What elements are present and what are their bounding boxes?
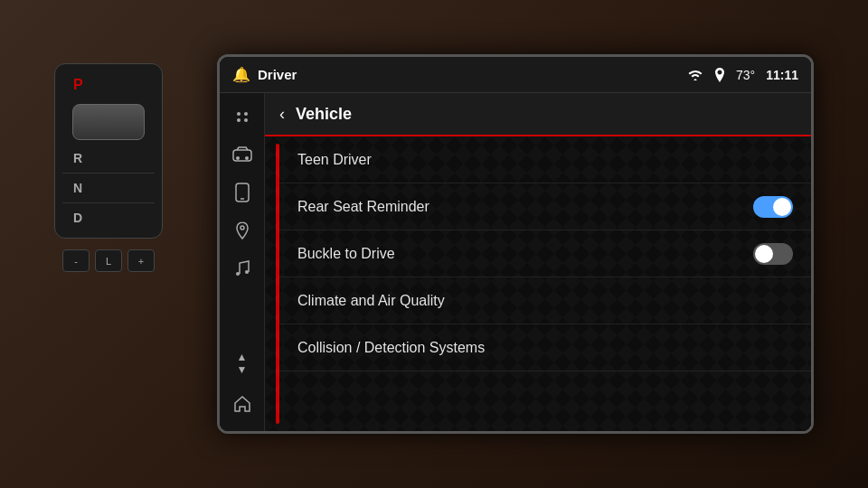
bell-icon: 🔔: [232, 66, 250, 83]
gear-d: D: [62, 205, 155, 230]
svg-point-11: [245, 270, 249, 274]
svg-point-2: [237, 118, 241, 122]
bottom-controls: - L +: [62, 249, 155, 272]
location-status-icon: [714, 68, 725, 82]
scroll-down-arrow[interactable]: ▼: [237, 364, 248, 375]
svg-point-1: [244, 112, 248, 116]
time-display: 11:11: [766, 68, 798, 82]
svg-rect-4: [233, 150, 251, 161]
menu-content: Teen Driver Rear Seat Reminder Buckle to…: [265, 136, 811, 431]
sidebar-home-icon[interactable]: [226, 100, 259, 133]
gear-shifter-panel: P R N D - L +: [18, 63, 199, 425]
teen-driver-label: Teen Driver: [297, 152, 793, 168]
buckle-to-drive-toggle-knob: [755, 245, 773, 263]
gear-r: R: [62, 145, 155, 171]
status-right: 73° 11:11: [687, 68, 798, 82]
svg-point-10: [236, 272, 240, 276]
sidebar-location-icon[interactable]: [226, 214, 259, 247]
teen-driver-item[interactable]: Teen Driver: [279, 136, 811, 183]
sidebar-music-icon[interactable]: [226, 252, 259, 285]
buckle-to-drive-label: Buckle to Drive: [297, 246, 753, 262]
svg-point-0: [237, 112, 241, 116]
gear-selector: P R N D: [54, 63, 163, 239]
sidebar-phone-icon[interactable]: [226, 176, 259, 209]
wifi-icon: [687, 69, 703, 81]
vehicle-header: ‹ Vehicle: [265, 93, 811, 136]
gear-p: P: [62, 71, 155, 99]
buckle-to-drive-toggle[interactable]: [753, 243, 793, 265]
sidebar-apps-icon[interactable]: [226, 138, 259, 171]
status-bar: 🔔 Driver 73° 11:11: [220, 57, 811, 93]
rear-seat-reminder-toggle[interactable]: [753, 196, 793, 218]
gear-n: N: [62, 175, 155, 201]
scroll-arrows: ▲ ▼: [237, 352, 248, 382]
scroll-up-arrow[interactable]: ▲: [237, 352, 248, 362]
rear-seat-reminder-toggle-knob: [773, 198, 791, 216]
menu-area: ‹ Vehicle Teen Driver Rear Seat Re: [265, 93, 811, 431]
svg-point-5: [236, 156, 240, 160]
vehicle-title: Vehicle: [296, 105, 352, 124]
collision-detection-label: Collision / Detection Systems: [297, 340, 793, 356]
temperature-display: 73°: [736, 68, 755, 82]
collision-detection-item[interactable]: Collision / Detection Systems: [279, 324, 811, 371]
svg-point-9: [241, 226, 244, 230]
minus-button[interactable]: -: [62, 249, 90, 272]
gear-knob: [72, 104, 145, 140]
climate-air-quality-item[interactable]: Climate and Air Quality: [279, 277, 811, 324]
climate-air-quality-label: Climate and Air Quality: [297, 293, 793, 309]
status-left: 🔔 Driver: [232, 66, 297, 83]
rear-seat-reminder-label: Rear Seat Reminder: [297, 199, 753, 215]
svg-point-3: [244, 118, 248, 122]
infotainment-screen: 🔔 Driver 73° 11:11: [217, 54, 814, 434]
plus-button[interactable]: +: [127, 249, 155, 272]
rear-seat-reminder-item[interactable]: Rear Seat Reminder: [279, 183, 811, 230]
back-button[interactable]: ‹: [279, 105, 285, 124]
svg-point-6: [245, 156, 249, 160]
sidebar-house-icon[interactable]: [226, 388, 259, 420]
content-area: ▲ ▼ ‹ Vehicle: [220, 93, 811, 431]
l-button[interactable]: L: [95, 249, 122, 272]
menu-list: Teen Driver Rear Seat Reminder Buckle to…: [279, 136, 811, 431]
driver-label: Driver: [258, 67, 297, 82]
buckle-to-drive-item[interactable]: Buckle to Drive: [279, 230, 811, 277]
console-background: P R N D - L + 🔔 Driver: [0, 0, 868, 488]
left-sidebar: ▲ ▼: [220, 93, 265, 431]
